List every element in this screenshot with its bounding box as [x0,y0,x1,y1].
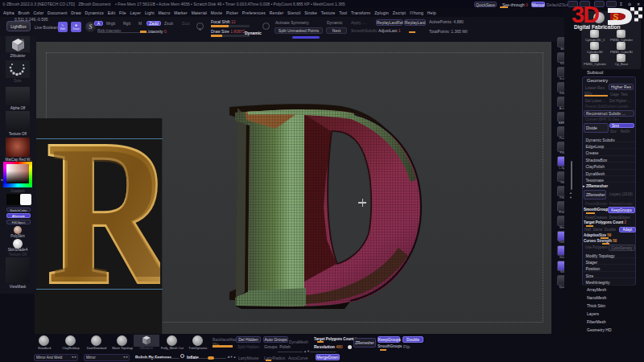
svg-text:S: S [613,12,619,22]
svg-text:R: R [51,134,160,287]
